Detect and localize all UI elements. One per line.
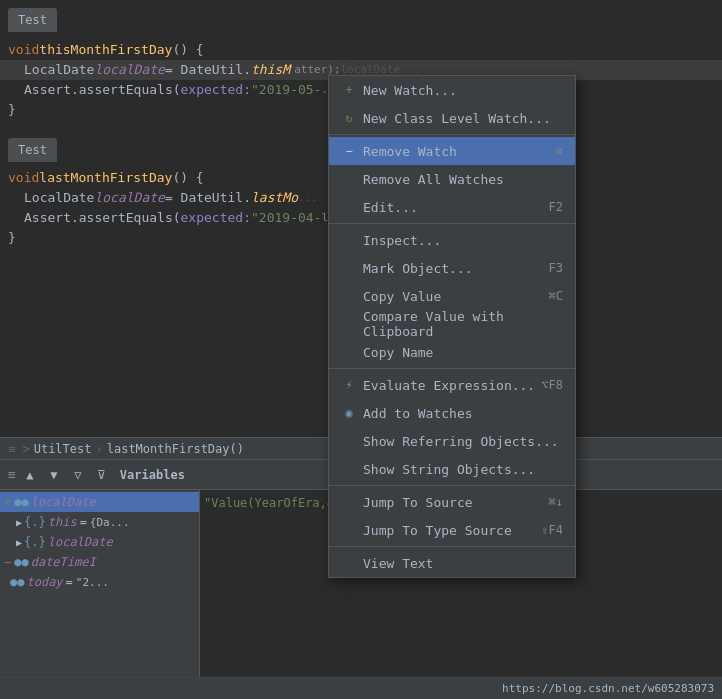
- var-name: this: [48, 515, 77, 529]
- menu-item-copy-name[interactable]: Copy Name: [329, 338, 575, 366]
- menu-item-add-watches[interactable]: ◉ Add to Watches: [329, 399, 575, 427]
- status-url: https://blog.csdn.net/w605283073: [502, 682, 714, 695]
- menu-item-new-watch[interactable]: + New Watch...: [329, 76, 575, 104]
- jump-type-shortcut: ⇧F4: [541, 523, 563, 537]
- remove-icon: −: [341, 143, 357, 159]
- editor-tab[interactable]: Test: [8, 8, 57, 32]
- var-type-icon: ●●: [14, 555, 28, 569]
- code-line: void thisMonthFirstDay () {: [0, 40, 722, 60]
- empty-icon: [341, 260, 357, 276]
- var-item[interactable]: ▶ {.} localDate: [0, 532, 199, 552]
- empty-icon: [341, 555, 357, 571]
- menu-item-new-class-watch[interactable]: ↻ New Class Level Watch...: [329, 104, 575, 132]
- var-item[interactable]: ▶ {.} this = {Da...: [0, 512, 199, 532]
- context-menu: + New Watch... ↻ New Class Level Watch..…: [328, 75, 576, 578]
- empty-icon: [341, 316, 357, 332]
- status-bar: https://blog.csdn.net/w605283073: [0, 677, 722, 699]
- menu-item-mark-object[interactable]: Mark Object... F3: [329, 254, 575, 282]
- menu-item-evaluate[interactable]: ⚡ Evaluate Expression... ⌥F8: [329, 371, 575, 399]
- expand-icon: +: [4, 495, 11, 509]
- plus-icon: +: [341, 82, 357, 98]
- breadcrumb-item[interactable]: UtilTest: [34, 442, 92, 456]
- menu-separator: [329, 223, 575, 224]
- evaluate-shortcut: ⌥F8: [541, 378, 563, 392]
- empty-icon: [341, 288, 357, 304]
- var-type-icon: ●●: [10, 575, 24, 589]
- menu-item-show-string[interactable]: Show String Objects...: [329, 455, 575, 483]
- empty-icon: [341, 199, 357, 215]
- remove-watch-shortcut: ⊘: [556, 144, 563, 158]
- collapse-icon: −: [4, 555, 11, 569]
- empty-icon: [341, 171, 357, 187]
- var-name: today: [26, 575, 62, 589]
- watch-icon: ◉: [341, 405, 357, 421]
- var-item[interactable]: + ●● localDate: [0, 492, 199, 512]
- empty-icon: [341, 433, 357, 449]
- arrow-icon: ▶: [16, 517, 22, 528]
- edit-shortcut: F2: [549, 200, 563, 214]
- menu-item-jump-type[interactable]: Jump To Type Source ⇧F4: [329, 516, 575, 544]
- menu-item-remove-all[interactable]: Remove All Watches: [329, 165, 575, 193]
- variables-list: + ●● localDate ▶ {.} this = {Da... ▶ {.}…: [0, 490, 199, 594]
- empty-icon: [341, 522, 357, 538]
- menu-item-inspect[interactable]: Inspect...: [329, 226, 575, 254]
- menu-item-compare-clipboard[interactable]: Compare Value with Clipboard: [329, 310, 575, 338]
- var-item[interactable]: ●● today = "2...: [0, 572, 199, 592]
- var-type-icon: ●●: [14, 495, 28, 509]
- menu-item-view-text[interactable]: View Text: [329, 549, 575, 577]
- empty-icon: [341, 461, 357, 477]
- arrow-icon: ▶: [16, 537, 22, 548]
- variables-label: Variables: [120, 468, 185, 482]
- copy-shortcut: ⌘C: [549, 289, 563, 303]
- menu-item-edit[interactable]: Edit... F2: [329, 193, 575, 221]
- up-btn[interactable]: ▼: [44, 465, 64, 485]
- menu-item-remove-watch[interactable]: − Remove Watch ⊘: [329, 137, 575, 165]
- var-name: dateTimeI: [31, 555, 96, 569]
- menu-item-jump-source[interactable]: Jump To Source ⌘↓: [329, 488, 575, 516]
- mark-shortcut: F3: [549, 261, 563, 275]
- refresh-icon: ↻: [341, 110, 357, 126]
- filter-btn[interactable]: ▲: [20, 465, 40, 485]
- evaluate-icon: ⚡: [341, 377, 357, 393]
- breadcrumb-item[interactable]: lastMonthFirstDay(): [107, 442, 244, 456]
- var-name: localDate: [48, 535, 113, 549]
- var-item[interactable]: − ●● dateTimeI: [0, 552, 199, 572]
- var-type-icon: {.}: [24, 515, 46, 529]
- var-name: localDate: [31, 495, 96, 509]
- menu-item-show-referring[interactable]: Show Referring Objects...: [329, 427, 575, 455]
- editor-tab: Test: [8, 138, 57, 162]
- empty-icon: [341, 344, 357, 360]
- down-btn[interactable]: ▽: [68, 465, 88, 485]
- empty-icon: [341, 232, 357, 248]
- variables-panel: + ●● localDate ▶ {.} this = {Da... ▶ {.}…: [0, 490, 200, 699]
- jump-shortcut: ⌘↓: [549, 495, 563, 509]
- menu-separator: [329, 134, 575, 135]
- filter-icon[interactable]: ⊽: [92, 465, 112, 485]
- menu-separator: [329, 485, 575, 486]
- menu-item-copy-value[interactable]: Copy Value ⌘C: [329, 282, 575, 310]
- menu-separator: [329, 368, 575, 369]
- var-type-icon: {.}: [24, 535, 46, 549]
- menu-separator: [329, 546, 575, 547]
- empty-icon: [341, 494, 357, 510]
